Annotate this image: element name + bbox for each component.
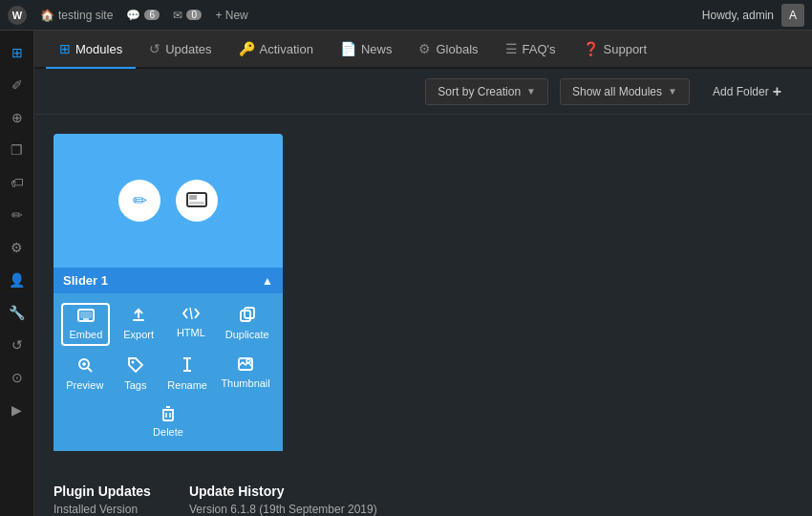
add-folder-button[interactable]: Add Folder + xyxy=(701,77,793,106)
card-actions: Embed Export xyxy=(53,293,283,451)
plugin-updates-text: Installed Version xyxy=(53,503,151,516)
news-icon: 📄 xyxy=(340,41,356,56)
duplicate-button[interactable]: Duplicate xyxy=(220,303,275,346)
admin-bar-left: W 🏠 testing site 💬 6 ✉ 0 + New xyxy=(8,6,248,25)
sidebar-icon-pen[interactable]: ✏ xyxy=(3,201,32,229)
duplicate-icon xyxy=(240,307,255,326)
sidebar-icon-user[interactable]: 👤 xyxy=(3,266,32,294)
site-name-item[interactable]: 🏠 testing site xyxy=(40,9,113,22)
comment-count: 6 xyxy=(144,10,160,20)
export-label: Export xyxy=(123,329,154,340)
howdy-text: Howdy, admin xyxy=(702,9,774,22)
sidebar-icon-updates[interactable]: ↺ xyxy=(3,331,32,359)
main-content: ⊞ Modules ↺ Updates 🔑 Activation 📄 News … xyxy=(34,31,812,516)
show-modules-button[interactable]: Show all Modules ▼ xyxy=(560,78,690,105)
sidebar-icon-edit[interactable]: ✐ xyxy=(3,71,32,99)
wp-logo[interactable]: W xyxy=(8,6,27,25)
svg-rect-10 xyxy=(245,308,254,318)
export-icon xyxy=(131,307,146,326)
sidebar-icon-play[interactable]: ▶ xyxy=(3,396,32,424)
add-folder-label: Add Folder xyxy=(713,85,769,98)
card-actions-row-3: Delete xyxy=(53,398,283,445)
rename-label: Rename xyxy=(167,379,207,391)
tab-faqs[interactable]: ☰ FAQ's xyxy=(492,31,569,69)
edit-button[interactable]: ✏ xyxy=(118,180,160,222)
tags-button[interactable]: Tags xyxy=(112,354,160,395)
sidebar-icon-tools[interactable]: 🔧 xyxy=(3,298,32,327)
duplicate-label: Duplicate xyxy=(225,329,269,340)
modules-label: Modules xyxy=(75,42,122,56)
sidebar-icon-circle[interactable]: ⊙ xyxy=(3,363,32,392)
tags-icon xyxy=(128,357,143,376)
messages-item[interactable]: ✉ 0 xyxy=(173,9,202,22)
delete-button[interactable]: Delete xyxy=(144,402,192,441)
embed-label: Embed xyxy=(69,329,102,340)
svg-point-15 xyxy=(131,361,134,364)
globals-label: Globals xyxy=(436,42,478,56)
card-title: Slider 1 xyxy=(63,273,108,288)
avatar: A xyxy=(781,4,804,27)
tab-updates[interactable]: ↺ Updates xyxy=(136,31,224,69)
sort-label: Sort by Creation xyxy=(438,85,521,98)
tab-news[interactable]: 📄 News xyxy=(327,31,406,69)
tab-globals[interactable]: ⚙ Globals xyxy=(405,31,491,69)
sidebar-icon-layers[interactable]: ❐ xyxy=(3,136,32,164)
slides-icon xyxy=(186,192,207,209)
embed-button[interactable]: Embed xyxy=(61,303,110,346)
sort-button[interactable]: Sort by Creation ▼ xyxy=(425,78,548,105)
new-label: + New xyxy=(215,9,247,22)
card-thumbnail: ✏ xyxy=(53,134,283,268)
preview-label: Preview xyxy=(66,379,103,391)
sidebar-icon-plugin[interactable]: ⊞ xyxy=(3,38,32,67)
sidebar-icon-add[interactable]: ⊕ xyxy=(3,103,32,132)
toolbar: Sort by Creation ▼ Show all Modules ▼ Ad… xyxy=(34,69,812,115)
collapse-icon[interactable]: ▲ xyxy=(262,274,273,288)
sort-chevron-icon: ▼ xyxy=(526,86,536,97)
preview-thumbnail-button[interactable] xyxy=(176,180,218,222)
news-label: News xyxy=(361,42,393,56)
plugin-nav: ⊞ Modules ↺ Updates 🔑 Activation 📄 News … xyxy=(34,31,812,69)
card-actions-row-2: Preview Tags xyxy=(53,350,283,398)
tab-modules[interactable]: ⊞ Modules xyxy=(46,31,136,69)
svg-rect-9 xyxy=(241,311,250,321)
html-button[interactable]: HTML xyxy=(167,303,215,346)
faqs-icon: ☰ xyxy=(505,41,518,56)
home-icon: 🏠 xyxy=(40,9,54,22)
update-history-title: Update History xyxy=(189,484,377,499)
thumbnail-button[interactable]: Thumbnail xyxy=(215,354,275,395)
new-item[interactable]: + New xyxy=(215,9,247,22)
preview-icon xyxy=(77,357,93,376)
plugin-updates-col: Plugin Updates Installed Version xyxy=(53,484,151,516)
card-title-bar: Slider 1 ▲ xyxy=(53,268,283,293)
preview-button[interactable]: Preview xyxy=(60,354,109,395)
admin-bar-right: Howdy, admin A xyxy=(702,4,804,27)
site-name: testing site xyxy=(58,9,113,22)
delete-label: Delete xyxy=(153,426,183,438)
thumbnail-label: Thumbnail xyxy=(221,377,269,389)
updates-label: Updates xyxy=(165,42,211,56)
add-folder-icon: + xyxy=(773,83,781,100)
activation-label: Activation xyxy=(260,42,313,56)
tab-activation[interactable]: 🔑 Activation xyxy=(225,31,327,69)
rename-button[interactable]: Rename xyxy=(161,354,213,395)
svg-rect-4 xyxy=(80,312,92,318)
module-card: ✏ Slider 1 ▲ xyxy=(53,134,283,451)
show-modules-chevron-icon: ▼ xyxy=(668,86,677,97)
svg-rect-7 xyxy=(133,319,144,321)
svg-line-12 xyxy=(88,368,92,372)
modules-icon: ⊞ xyxy=(59,41,71,56)
support-icon: ❓ xyxy=(583,41,599,56)
support-label: Support xyxy=(604,42,648,56)
globals-icon: ⚙ xyxy=(418,41,431,56)
tags-label: Tags xyxy=(124,379,146,391)
embed-icon xyxy=(77,309,95,326)
tab-support[interactable]: ❓ Support xyxy=(569,31,661,69)
activation-icon: 🔑 xyxy=(239,41,255,56)
sidebar-icon-settings[interactable]: ⚙ xyxy=(3,233,32,262)
sidebar-icon-tags[interactable]: 🏷 xyxy=(3,168,32,197)
comments-item[interactable]: 💬 6 xyxy=(126,9,160,22)
content-area: ✏ Slider 1 ▲ xyxy=(34,115,812,484)
export-button[interactable]: Export xyxy=(115,303,162,346)
updates-nav-icon: ↺ xyxy=(149,41,160,56)
thumbnail-icon xyxy=(238,357,253,375)
